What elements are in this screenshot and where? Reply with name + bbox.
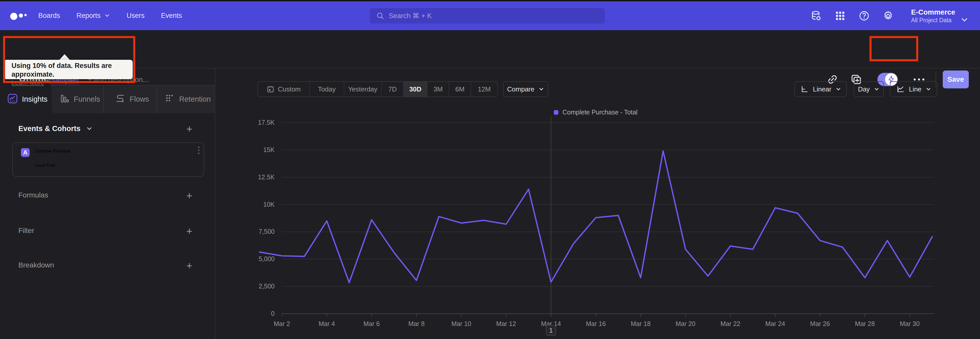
y-axis-label: 5,000 [259, 255, 275, 262]
y-axis-label: 17.5K [258, 119, 275, 126]
y-axis-label: 0 [271, 310, 275, 317]
x-axis-label: Mar 28 [855, 320, 875, 327]
page-indicator[interactable]: 1 [546, 325, 556, 336]
mixpanel-insights-page: BoardsReportsUsersEvents Search ⌘ + K E-… [0, 0, 980, 339]
y-axis-label: 15K [263, 146, 275, 153]
x-axis-label: Mar 4 [318, 320, 335, 327]
annotation-box-title [3, 36, 135, 83]
x-axis-label: Mar 2 [274, 320, 290, 327]
x-axis-label: Mar 16 [586, 320, 606, 327]
x-axis-label: Mar 8 [408, 320, 425, 327]
x-axis-label: Mar 22 [721, 320, 740, 327]
x-axis-label: Mar 6 [363, 320, 380, 327]
x-axis-label: Mar 18 [631, 320, 651, 327]
x-axis-label: Mar 24 [765, 320, 785, 327]
x-axis-label: Mar 20 [676, 320, 695, 327]
y-axis-label: 2,500 [259, 283, 275, 290]
series-line[interactable] [259, 151, 932, 283]
line-chart[interactable]: 02,5005,0007,50010K12.5K15K17.5KMar 2Mar… [0, 0, 980, 339]
y-axis-label: 7,500 [259, 228, 275, 235]
x-axis-label: Mar 30 [900, 320, 920, 327]
y-axis-label: 12.5K [258, 173, 275, 181]
x-axis-label: Mar 12 [496, 320, 516, 327]
x-axis-label: Mar 26 [810, 320, 830, 327]
y-axis-label: 10K [263, 201, 275, 208]
x-axis-label: Mar 10 [452, 320, 471, 327]
annotation-box-toggle [870, 36, 918, 61]
